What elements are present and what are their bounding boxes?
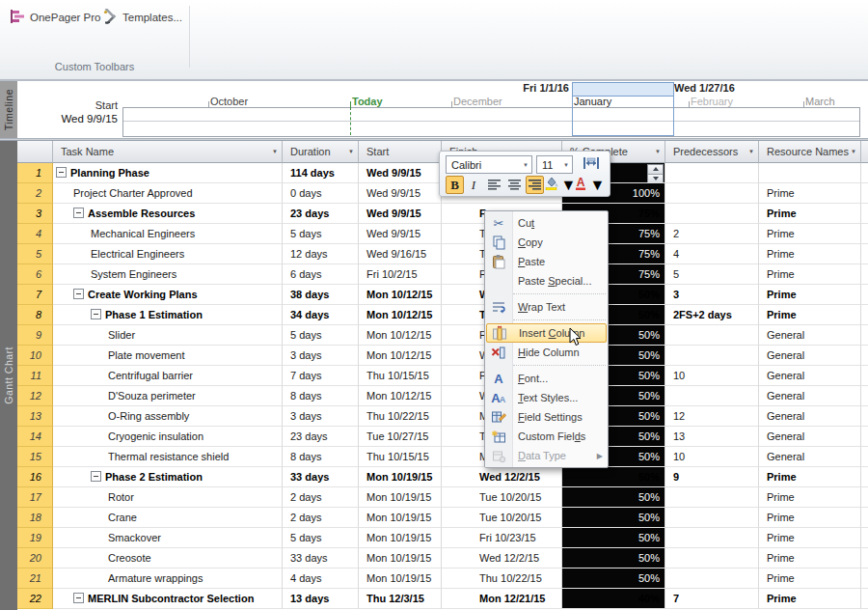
gantt-chart-view-bar[interactable]: Gantt Chart (0, 141, 17, 610)
duration-cell[interactable]: 33 days (283, 548, 359, 568)
duration-cell[interactable]: 7 days (283, 366, 359, 386)
start-date-cell[interactable]: Mon 10/19/15 (359, 528, 442, 548)
resource-names-cell[interactable]: Prime (759, 467, 861, 487)
duration-cell[interactable]: 8 days (283, 447, 359, 467)
duration-cell[interactable]: 33 days (283, 467, 359, 487)
resource-names-cell[interactable]: Prime (759, 487, 861, 508)
start-date-cell[interactable]: Mon 10/19/15 (359, 487, 442, 508)
finish-date-cell[interactable]: Tue 10/20/15 (442, 487, 562, 508)
task-name-cell[interactable]: Assemble Resources (53, 204, 283, 224)
t-ext-styles-menu-item[interactable]: AAText Styles... (485, 388, 608, 407)
column-header-id[interactable] (17, 141, 53, 163)
collapse-minus-icon[interactable] (91, 309, 101, 319)
task-name-cell[interactable]: Phase 2 Estimation (53, 467, 283, 487)
duration-cell[interactable]: 2 days (283, 508, 359, 528)
task-name-cell[interactable]: Project Charter Approved (53, 183, 283, 204)
row-id-cell[interactable]: 1 (17, 163, 53, 183)
task-name-cell[interactable]: D'Souza perimeter (53, 386, 283, 406)
finish-date-cell[interactable]: Wed 12/2/15 (442, 467, 562, 487)
font-color-button[interactable]: A ▼ (576, 176, 602, 194)
duration-cell[interactable]: 3 days (283, 346, 359, 366)
predecessors-cell[interactable] (665, 386, 759, 406)
task-name-cell[interactable]: Slider (53, 325, 283, 346)
resource-names-cell[interactable]: Prime (759, 204, 861, 224)
start-date-cell[interactable]: Mon 10/19/15 (359, 467, 442, 487)
resource-names-cell[interactable]: General (759, 325, 861, 346)
predecessors-cell[interactable]: 12 (665, 406, 759, 427)
resource-names-cell[interactable]: General (759, 346, 861, 366)
column-header-duration[interactable]: Duration▼ (283, 141, 359, 163)
start-date-cell[interactable]: Thu 10/22/15 (359, 406, 442, 427)
row-id-cell[interactable]: 22 (17, 589, 53, 609)
percent-complete-cell[interactable]: 50% (562, 548, 665, 568)
percent-complete-cell[interactable]: 50% (562, 568, 665, 589)
task-name-cell[interactable]: Rotor (53, 487, 283, 508)
task-name-cell[interactable]: Plate movement (53, 346, 283, 366)
predecessors-cell[interactable] (665, 487, 759, 508)
row-id-cell[interactable]: 13 (17, 406, 53, 427)
start-date-cell[interactable]: Fri 10/2/15 (359, 264, 442, 285)
row-id-cell[interactable]: 2 (17, 183, 53, 204)
percent-complete-cell[interactable]: 40% (562, 589, 665, 609)
task-name-cell[interactable]: Cryogenic insulation (53, 427, 283, 447)
start-date-cell[interactable]: Wed 9/9/15 (359, 183, 442, 204)
row-id-cell[interactable]: 12 (17, 386, 53, 406)
start-date-cell[interactable]: Thu 10/15/15 (359, 366, 442, 386)
start-date-cell[interactable]: Wed 9/9/15 (359, 163, 442, 183)
filter-chevron-icon[interactable]: ▼ (655, 149, 661, 154)
row-id-cell[interactable]: 11 (17, 366, 53, 386)
task-name-cell[interactable]: Armature wrappings (53, 568, 283, 589)
row-id-cell[interactable]: 10 (17, 346, 53, 366)
task-name-cell[interactable]: MERLIN Subcontractor Selection (53, 589, 283, 609)
c-opy-menu-item[interactable]: Copy (485, 233, 608, 252)
value-spinner[interactable] (647, 164, 664, 182)
row-id-cell[interactable]: 7 (17, 285, 53, 305)
task-name-cell[interactable]: O-Ring assembly (53, 406, 283, 427)
row-id-cell[interactable]: 5 (17, 244, 53, 264)
bold-button[interactable]: B (446, 176, 464, 194)
w-rap-text-menu-item[interactable]: Wrap Text (485, 297, 608, 317)
percent-complete-cell[interactable]: 50% (562, 508, 665, 528)
italic-button[interactable]: I (466, 176, 481, 194)
predecessors-cell[interactable]: 2 (665, 224, 759, 244)
resource-names-cell[interactable]: Prime (759, 305, 861, 325)
task-name-cell[interactable]: Planning Phase (53, 163, 283, 183)
chevron-down-icon[interactable]: ▼ (590, 177, 606, 194)
finish-date-cell[interactable]: Wed 12/2/15 (442, 548, 562, 568)
start-date-cell[interactable]: Wed 9/9/15 (359, 204, 442, 224)
p-aste-menu-item[interactable]: Paste (485, 252, 608, 271)
percent-complete-cell[interactable]: 50% (562, 528, 665, 548)
collapse-minus-icon[interactable] (73, 289, 84, 299)
percent-complete-cell[interactable]: 50% (562, 467, 665, 487)
task-name-cell[interactable]: Phase 1 Estimation (53, 305, 283, 325)
resource-names-cell[interactable]: Prime (759, 244, 861, 264)
resource-names-cell[interactable]: Prime (759, 508, 861, 528)
timeline-selection-header[interactable] (572, 82, 674, 97)
task-name-cell[interactable]: Centrifugal barrier (53, 366, 283, 386)
font-size-combo[interactable]: 11▼ (536, 155, 573, 174)
timeline-view-bar[interactable]: Timeline (0, 81, 17, 138)
resource-names-cell[interactable]: Prime (759, 589, 861, 609)
resource-names-cell[interactable]: General (759, 366, 861, 386)
duration-cell[interactable]: 5 days (283, 224, 359, 244)
finish-date-cell[interactable]: Fri 10/23/15 (442, 528, 562, 548)
task-name-cell[interactable]: Create Working Plans (53, 285, 283, 305)
row-id-cell[interactable]: 3 (17, 204, 53, 224)
predecessors-cell[interactable] (665, 183, 759, 204)
duration-cell[interactable]: 23 days (283, 427, 359, 447)
start-date-cell[interactable]: Mon 10/19/15 (359, 508, 442, 528)
resource-names-cell[interactable]: Prime (759, 285, 861, 305)
start-date-cell[interactable]: Mon 10/12/15 (359, 285, 442, 305)
onepager-pro-button[interactable]: OnePager Pro (10, 8, 101, 27)
cu-t-menu-item[interactable]: ✂Cut (485, 213, 608, 233)
predecessors-cell[interactable]: 3 (665, 285, 759, 305)
start-date-cell[interactable]: Tue 10/27/15 (359, 427, 442, 447)
duration-cell[interactable]: 6 days (283, 264, 359, 285)
resource-names-cell[interactable]: General (759, 447, 861, 467)
resource-names-cell[interactable]: General (759, 406, 861, 427)
task-name-cell[interactable]: Crane (53, 508, 283, 528)
percent-complete-cell[interactable]: 50% (562, 487, 665, 508)
collapse-minus-icon[interactable] (56, 167, 67, 178)
resource-names-cell[interactable]: Prime (759, 568, 861, 589)
resource-names-cell[interactable]: General (759, 427, 861, 447)
